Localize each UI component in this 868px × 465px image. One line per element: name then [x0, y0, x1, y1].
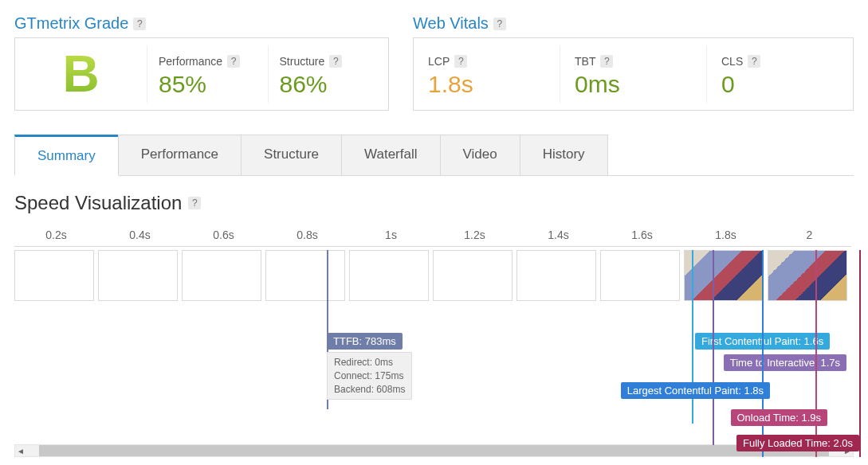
tick-label: 2	[768, 224, 851, 246]
ttfb-backend: Backend: 608ms	[334, 383, 405, 397]
vitals-title: Web Vitals	[413, 14, 489, 33]
tabs: Summary Performance Structure Waterfall …	[14, 135, 854, 176]
help-icon[interactable]: ?	[493, 18, 506, 30]
frame	[98, 250, 178, 301]
grade-box: B Performance? 85% Structure? 86%	[14, 37, 389, 111]
ttfb-details: Redirect: 0ms Connect: 175ms Backend: 60…	[327, 352, 412, 400]
lcp-label: LCP	[428, 55, 450, 68]
tbt-value: 0ms	[575, 71, 701, 98]
tbt-label: TBT	[575, 55, 595, 68]
frame	[600, 250, 680, 301]
structure-value: 86%	[280, 71, 384, 98]
tick-label: 0.8s	[265, 224, 349, 246]
timeline-ticks: 0.2s 0.4s 0.6s 0.8s 1s 1.2s 1.4s 1.6s 1.…	[14, 224, 851, 247]
tick-label: 1.4s	[516, 224, 600, 246]
frame	[182, 250, 261, 301]
tab-performance[interactable]: Performance	[118, 135, 242, 175]
tick-label: 1.2s	[433, 224, 516, 246]
tab-video[interactable]: Video	[440, 135, 520, 175]
tick-label: 1s	[349, 224, 433, 246]
ttfb-connect: Connect: 175ms	[334, 369, 405, 383]
cls-value: 0	[721, 71, 848, 98]
frame-thumbnail	[768, 250, 847, 301]
help-icon[interactable]: ?	[133, 18, 146, 30]
help-icon[interactable]: ?	[227, 55, 240, 68]
tab-waterfall[interactable]: Waterfall	[341, 135, 440, 175]
help-icon[interactable]: ?	[188, 197, 201, 209]
frame	[14, 250, 94, 301]
tab-structure[interactable]: Structure	[241, 135, 342, 175]
frame-thumbnail	[684, 250, 764, 301]
fully-marker-line	[859, 250, 861, 457]
speed-title: Speed Visualization	[14, 192, 182, 214]
ttfb-marker: TTFB: 783ms	[327, 333, 403, 350]
lcp-marker: Largest Contentful Paint: 1.8s	[621, 382, 770, 399]
help-icon[interactable]: ?	[329, 55, 342, 68]
tab-history[interactable]: History	[520, 135, 608, 175]
vitals-box: LCP? 1.8s TBT? 0ms CLS? 0	[413, 37, 854, 111]
structure-label: Structure	[280, 55, 325, 68]
help-icon[interactable]: ?	[600, 55, 613, 68]
performance-metric: Performance? 85%	[147, 45, 268, 103]
performance-label: Performance	[159, 55, 222, 68]
frame	[516, 250, 596, 301]
lcp-value: 1.8s	[428, 71, 555, 98]
horizontal-scrollbar[interactable]: ◄ ►	[14, 444, 854, 457]
tick-label: 0.4s	[98, 224, 182, 246]
onload-marker-line	[815, 250, 817, 457]
timeline-frames: TTFB: 783ms Redirect: 0ms Connect: 175ms…	[14, 250, 851, 301]
cls-label: CLS	[721, 55, 743, 68]
help-icon[interactable]: ?	[454, 55, 467, 68]
frame	[433, 250, 513, 301]
tick-label: 1.6s	[600, 224, 684, 246]
onload-marker: Onload Time: 1.9s	[731, 409, 828, 426]
performance-value: 85%	[159, 71, 263, 98]
scrollbar-thumb[interactable]	[39, 445, 829, 456]
tick-label: 1.8s	[684, 224, 768, 246]
tick-label: 0.6s	[182, 224, 265, 246]
speed-visualization: 0.2s 0.4s 0.6s 0.8s 1s 1.2s 1.4s 1.6s 1.…	[14, 224, 851, 301]
lcp-marker-line	[762, 250, 764, 457]
tick-label: 0.2s	[14, 224, 98, 246]
help-icon[interactable]: ?	[748, 55, 760, 68]
tab-summary[interactable]: Summary	[14, 135, 119, 176]
fully-marker: Fully Loaded Time: 2.0s	[736, 435, 859, 451]
grade-title: GTmetrix Grade	[14, 14, 128, 33]
frame	[349, 250, 429, 301]
scroll-left-icon[interactable]: ◄	[15, 447, 26, 455]
structure-metric: Structure? 86%	[268, 45, 389, 103]
frame	[265, 250, 345, 301]
tti-marker-line	[713, 250, 714, 445]
grade-letter: B	[15, 45, 147, 104]
ttfb-redirect: Redirect: 0ms	[334, 356, 405, 369]
tti-marker: Time to Interactive: 1.7s	[724, 354, 846, 371]
